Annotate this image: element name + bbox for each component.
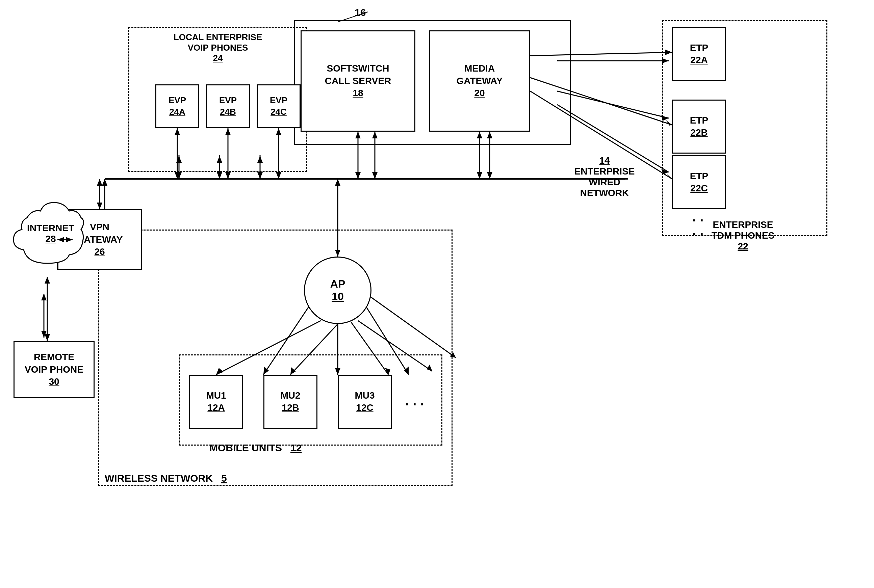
mu1-box: MU1 12A	[189, 375, 243, 429]
svg-marker-4	[217, 172, 222, 179]
evp-24c-box: EVP 24C	[257, 84, 300, 128]
mu2-box: MU2 12B	[263, 375, 317, 429]
svg-marker-60	[335, 179, 341, 186]
mu-dots: . . .	[405, 393, 424, 408]
evp-24a-box: EVP 24A	[155, 84, 199, 128]
evp-24b-box: EVP 24B	[206, 84, 250, 128]
remote-voip-box: REMOTE VOIP PHONE 30	[14, 341, 95, 398]
etp-22a-box: ETP 22A	[672, 27, 726, 81]
ap-circle: AP 10	[304, 256, 371, 324]
enterprise-wired-label: 14 ENTERPRISE WIRED NETWORK	[557, 155, 652, 198]
svg-line-23	[557, 91, 669, 118]
svg-marker-62	[97, 179, 102, 186]
svg-marker-15	[487, 172, 493, 179]
etp-dots2: . .	[692, 223, 703, 238]
svg-marker-41	[41, 294, 47, 300]
wireless-network-label: WIRELESS NETWORK 5	[105, 472, 227, 484]
svg-marker-58	[477, 172, 482, 179]
svg-marker-18	[102, 179, 107, 186]
network-diagram: 16 LOCAL ENTERPRISE VOIP PHONES 24 EVP 2…	[0, 0, 874, 588]
system-label-16: 16	[354, 7, 366, 18]
internet-label: INTERNET 28	[17, 223, 84, 244]
svg-marker-51	[276, 172, 281, 179]
mobile-units-label: MOBILE UNITS 12	[209, 442, 302, 454]
svg-marker-55	[355, 172, 361, 179]
local-voip-label: LOCAL ENTERPRISE VOIP PHONES 24	[135, 32, 300, 63]
svg-marker-6	[257, 172, 263, 179]
svg-marker-45	[174, 172, 180, 179]
media-gateway-box: MEDIA GATEWAY 20	[429, 30, 530, 132]
svg-marker-2	[176, 172, 182, 179]
enterprise-tdm-label: ENTERPRISE TDM PHONES 22	[665, 219, 821, 252]
svg-marker-12	[372, 172, 378, 179]
mu3-box: MU3 12C	[338, 375, 392, 429]
svg-marker-79	[45, 334, 50, 341]
svg-marker-63	[97, 202, 102, 209]
softswitch-box: SOFTSWITCH CALL SERVER 18	[300, 30, 415, 132]
etp-dots: . .	[692, 209, 703, 225]
svg-marker-48	[225, 172, 231, 179]
etp-22c-box: ETP 22C	[672, 155, 726, 209]
etp-22b-box: ETP 22B	[672, 100, 726, 154]
svg-marker-78	[45, 277, 50, 284]
svg-marker-42	[41, 331, 47, 338]
